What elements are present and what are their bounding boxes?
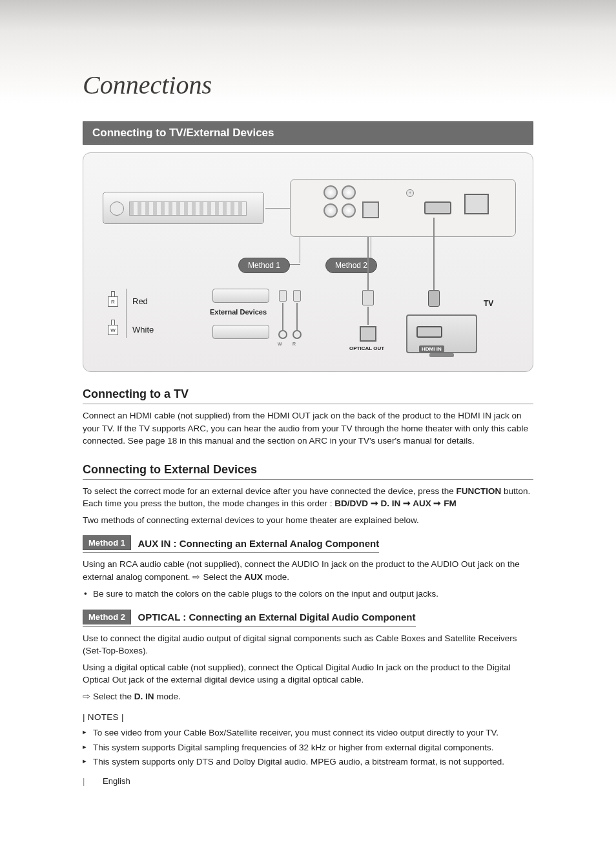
rca-plug-white-icon: W xyxy=(108,325,118,335)
rca-white-char: W xyxy=(278,342,282,346)
cable-line xyxy=(296,303,298,330)
rca-plug-red-icon: R xyxy=(108,296,118,307)
mode-chain: BD/DVD ➞ D. IN ➞ AUX ➞ FM xyxy=(334,499,457,508)
hdmi-cable-line xyxy=(433,218,435,290)
method2-title: OPTICAL : Connecting an External Digital… xyxy=(138,612,416,623)
paragraph-external-1: To select the correct mode for an extern… xyxy=(83,485,533,510)
optical-out-label: OPTICAL OUT xyxy=(349,345,384,351)
aux-jack-icon xyxy=(323,185,338,200)
external-device-icon xyxy=(212,289,269,303)
rca-jack-white-icon xyxy=(278,330,287,339)
subheading-connecting-external: Connecting to External Devices xyxy=(83,463,533,480)
legend-white-label: White xyxy=(132,325,154,335)
callout-line xyxy=(300,237,300,263)
rca-plug-icon xyxy=(111,320,115,325)
method1-pill: Method 1 xyxy=(238,258,290,273)
cable-line xyxy=(282,303,283,330)
method1-title: AUX IN : Connecting an External Analog C… xyxy=(138,538,380,549)
arrow-icon xyxy=(83,692,93,701)
method2-heading: Method 2 OPTICAL : Connecting an Externa… xyxy=(83,610,533,627)
method2-chip: Method 2 xyxy=(83,610,131,624)
arrow-icon xyxy=(192,572,203,582)
method2-pill: Method 2 xyxy=(325,258,377,273)
legend-divider xyxy=(126,289,127,338)
subheading-connecting-tv: Connecting to a TV xyxy=(83,387,533,404)
text: Select the xyxy=(93,692,134,701)
footer-divider: | xyxy=(83,776,85,786)
list-item: To see video from your Cable Box/Satelli… xyxy=(83,726,533,741)
rca-connector-icon xyxy=(279,290,287,302)
rca-connector-icon xyxy=(293,290,301,302)
function-bold: FUNCTION xyxy=(457,486,502,496)
notes-heading: | NOTES | xyxy=(83,712,533,722)
optical-plug-icon xyxy=(362,290,374,305)
legend-red-label: Red xyxy=(132,296,148,306)
external-devices-label: External Devices xyxy=(210,308,267,316)
external-device-icon xyxy=(212,325,269,339)
aux-jack-icon xyxy=(342,203,356,218)
aux-jack-icon xyxy=(342,185,356,200)
text: Select the xyxy=(203,572,244,582)
method1-paragraph: Using an RCA audio cable (not supplied),… xyxy=(83,558,533,583)
method2-paragraph-1: Use to connect the digital audio output … xyxy=(83,632,533,657)
page-title: Connections xyxy=(83,70,212,100)
section-heading-bar: Connecting to TV/External Devices xyxy=(83,121,533,145)
optical-cable-line xyxy=(367,307,369,325)
list-item: Be sure to match the colors on the cable… xyxy=(84,588,533,601)
lan-port-icon xyxy=(464,194,489,214)
list-item: This system supports Digital sampling fr… xyxy=(83,741,533,756)
rca-jack-red-icon xyxy=(293,330,302,339)
rca-red-char: R xyxy=(293,342,296,346)
hdmi-port-icon xyxy=(424,201,451,214)
text: mode. xyxy=(263,572,289,582)
method1-chip: Method 1 xyxy=(83,535,131,550)
page-content: Connecting to TV/External Devices + Meth… xyxy=(0,121,616,770)
optical-cable-line xyxy=(367,237,369,290)
callout-line xyxy=(265,208,290,209)
text: To select the correct mode for an extern… xyxy=(83,486,457,496)
rca-plug-icon xyxy=(111,291,115,296)
list-item: This system supports only DTS and Dolby … xyxy=(83,755,533,770)
screw-icon: + xyxy=(406,189,414,197)
main-unit-illustration xyxy=(103,192,264,224)
method2-paragraph-3: Select the D. IN mode. xyxy=(83,690,533,703)
paragraph-connecting-tv: Connect an HDMI cable (not supplied) fro… xyxy=(83,409,533,448)
text: Using an RCA audio cable (not supplied),… xyxy=(83,559,520,582)
page-footer: | English xyxy=(83,776,130,786)
connection-diagram: + Method 1 Method 2 R W Red White Extern… xyxy=(83,152,533,372)
hdmi-plug-icon xyxy=(428,290,440,307)
optical-port-icon xyxy=(362,201,379,218)
paragraph-external-2: Two methods of connecting external devic… xyxy=(83,514,533,527)
text: mode. xyxy=(154,692,181,701)
hdmi-in-socket-icon xyxy=(416,326,442,338)
method1-heading: Method 1 AUX IN : Connecting an External… xyxy=(83,535,533,553)
method1-bullets: Be sure to match the colors on the cable… xyxy=(83,588,533,601)
optical-socket-icon xyxy=(360,326,376,342)
din-bold: D. IN xyxy=(134,692,154,701)
notes-list: To see video from your Cable Box/Satelli… xyxy=(83,726,533,770)
method2-paragraph-2: Using a digital optical cable (not suppl… xyxy=(83,661,533,686)
header-gradient: Connections xyxy=(0,0,616,103)
footer-language: English xyxy=(103,776,130,786)
aux-jack-icon xyxy=(323,203,338,218)
tv-stand-icon xyxy=(429,353,454,357)
aux-bold: AUX xyxy=(244,572,263,582)
hdmi-in-label: HDMI IN xyxy=(419,345,444,353)
tv-label: TV xyxy=(484,299,493,308)
